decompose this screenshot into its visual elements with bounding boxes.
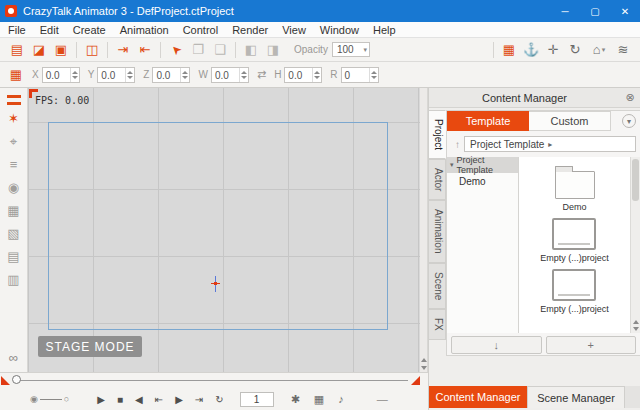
content-item-demo[interactable]: Demo bbox=[555, 161, 595, 212]
actor-tool-icon[interactable]: ✶ bbox=[8, 112, 19, 125]
anchor-icon[interactable]: ⚓ bbox=[520, 42, 542, 57]
w-spinner[interactable] bbox=[239, 68, 248, 82]
w-input[interactable]: 0.0 bbox=[211, 67, 249, 83]
tab-scene-manager[interactable]: Scene Manager bbox=[527, 386, 625, 408]
layers-tool-icon[interactable]: ≡ bbox=[10, 158, 18, 171]
y-spinner[interactable] bbox=[125, 68, 134, 82]
maximize-button[interactable]: ▢ bbox=[580, 0, 610, 22]
home-view-button[interactable]: ⌂ ▾ bbox=[586, 42, 612, 57]
loop-tool-icon[interactable]: ∞ bbox=[9, 351, 18, 364]
scroll-up-icon[interactable] bbox=[421, 358, 427, 362]
menu-control[interactable]: Control bbox=[183, 24, 218, 36]
z-input[interactable]: 0.0 bbox=[152, 67, 190, 83]
up-level-icon[interactable]: ↑ bbox=[455, 139, 460, 150]
prev-frame-button[interactable]: ◀ bbox=[135, 394, 143, 405]
scroll-down-icon[interactable] bbox=[633, 327, 639, 331]
store-cart-icon[interactable]: ◫ bbox=[81, 42, 103, 57]
menu-render[interactable]: Render bbox=[232, 24, 268, 36]
menu-file[interactable]: File bbox=[8, 24, 26, 36]
copy-icon[interactable]: ❐ bbox=[187, 42, 209, 57]
content-scrollbar[interactable] bbox=[630, 157, 640, 333]
info-tool-icon[interactable]: ◉ bbox=[8, 181, 19, 194]
settings-gear-icon[interactable]: ✱ bbox=[291, 393, 300, 406]
download-content-button[interactable]: ↓ bbox=[451, 336, 542, 354]
menu-view[interactable]: View bbox=[282, 24, 306, 36]
collapse-transport-icon[interactable]: — bbox=[377, 393, 388, 405]
menu-help[interactable]: Help bbox=[373, 24, 396, 36]
canvas-vertical-scrollbar[interactable] bbox=[420, 88, 428, 372]
new-project-icon[interactable]: ▤ bbox=[6, 42, 28, 57]
select-cursor-icon[interactable]: ➤ bbox=[165, 42, 187, 57]
tab-custom[interactable]: Custom bbox=[529, 111, 611, 131]
menu-create[interactable]: Create bbox=[73, 24, 106, 36]
menu-edit[interactable]: Edit bbox=[40, 24, 59, 36]
side-tab-fx[interactable]: FX bbox=[429, 309, 446, 340]
stop-button[interactable]: ■ bbox=[117, 394, 123, 405]
export-icon[interactable]: ⇥ bbox=[112, 42, 134, 57]
tab-content-manager[interactable]: Content Manager bbox=[429, 386, 527, 408]
side-tab-project[interactable]: Project bbox=[429, 110, 446, 159]
panel-chevron-button[interactable]: ▾ bbox=[622, 114, 636, 128]
flip-vertical-icon[interactable]: ◨ bbox=[262, 42, 284, 57]
x-spinner[interactable] bbox=[70, 68, 79, 82]
h-spinner[interactable] bbox=[312, 68, 321, 82]
move-tool-icon[interactable]: ✛ bbox=[542, 42, 564, 57]
close-button[interactable]: ✕ bbox=[610, 0, 640, 22]
range-end-marker[interactable] bbox=[411, 376, 420, 385]
content-item-empty-1[interactable]: Empty (...)project bbox=[540, 218, 609, 263]
paste-icon[interactable]: ❑ bbox=[209, 42, 231, 57]
content-item-empty-2[interactable]: Empty (...)project bbox=[540, 269, 609, 314]
tree-item-demo[interactable]: Demo bbox=[447, 173, 518, 189]
link-wh-icon[interactable]: ⇄ bbox=[257, 68, 266, 81]
z-spinner[interactable] bbox=[180, 68, 189, 82]
last-frame-button[interactable]: ⇥ bbox=[195, 394, 203, 405]
opacity-dropdown[interactable]: 100 ▾ bbox=[332, 42, 370, 57]
minimize-button[interactable]: ─ bbox=[550, 0, 580, 22]
scroll-up-icon[interactable] bbox=[633, 320, 639, 324]
collapse-handle-icon[interactable] bbox=[7, 102, 21, 105]
scroll-down-icon[interactable] bbox=[421, 366, 427, 370]
range-start-marker[interactable] bbox=[1, 376, 10, 385]
x-input[interactable]: 0.0 bbox=[42, 67, 80, 83]
curve-editor-icon[interactable]: ≋ bbox=[612, 42, 634, 57]
library-tool-icon[interactable]: ▥ bbox=[7, 273, 19, 286]
side-tab-scene[interactable]: Scene bbox=[429, 263, 446, 309]
first-frame-button[interactable]: ⇤ bbox=[155, 394, 163, 405]
render-image-icon[interactable]: ▦ bbox=[498, 42, 520, 57]
collapse-handle-icon[interactable] bbox=[7, 95, 21, 98]
side-tab-animation[interactable]: Animation bbox=[429, 200, 446, 262]
r-input[interactable]: 0 bbox=[341, 67, 379, 83]
timeline-handle[interactable] bbox=[12, 375, 21, 384]
stage-canvas[interactable]: FPS: 0.00 STAGE MODE bbox=[28, 88, 420, 372]
bone-tool-icon[interactable]: ⌖ bbox=[10, 135, 17, 148]
loop-button[interactable]: ↻ bbox=[215, 394, 223, 405]
sprite-tool-icon[interactable]: ▦ bbox=[7, 204, 19, 217]
play-button[interactable]: ▶ bbox=[97, 394, 105, 405]
tree-root[interactable]: ▾ Project Template bbox=[447, 157, 518, 173]
prop-tool-icon[interactable]: ▧ bbox=[7, 227, 19, 240]
scrollbar-thumb[interactable] bbox=[632, 159, 639, 201]
rotate-tool-icon[interactable]: ↻ bbox=[564, 42, 586, 57]
timeline-zoom-control[interactable]: ◉ ○ bbox=[30, 394, 69, 404]
y-input[interactable]: 0.0 bbox=[97, 67, 135, 83]
side-tab-actor[interactable]: Actor bbox=[429, 159, 446, 200]
menu-animation[interactable]: Animation bbox=[120, 24, 169, 36]
current-frame-input[interactable] bbox=[240, 392, 274, 407]
timeline-track[interactable] bbox=[16, 380, 408, 381]
save-project-icon[interactable]: ▣ bbox=[50, 42, 72, 57]
open-project-icon[interactable]: ◪ bbox=[28, 42, 50, 57]
audio-note-icon[interactable]: ♪ bbox=[338, 393, 344, 405]
dope-sheet-icon[interactable]: ▦ bbox=[314, 393, 324, 406]
breadcrumb[interactable]: Project Template ▸ bbox=[464, 136, 636, 152]
h-input[interactable]: 0.0 bbox=[284, 67, 322, 83]
r-spinner[interactable] bbox=[369, 68, 378, 82]
panel-close-icon[interactable]: ⊗ bbox=[620, 91, 640, 104]
next-frame-button[interactable]: ▶ bbox=[175, 394, 183, 405]
menu-window[interactable]: Window bbox=[320, 24, 359, 36]
transform-grid-icon[interactable]: ▦ bbox=[6, 67, 26, 82]
add-content-button[interactable]: + bbox=[546, 336, 637, 354]
import-icon[interactable]: ⇤ bbox=[134, 42, 156, 57]
scene-tool-icon[interactable]: ▤ bbox=[7, 250, 19, 263]
tab-template[interactable]: Template bbox=[447, 111, 529, 131]
flip-horizontal-icon[interactable]: ◧ bbox=[240, 42, 262, 57]
